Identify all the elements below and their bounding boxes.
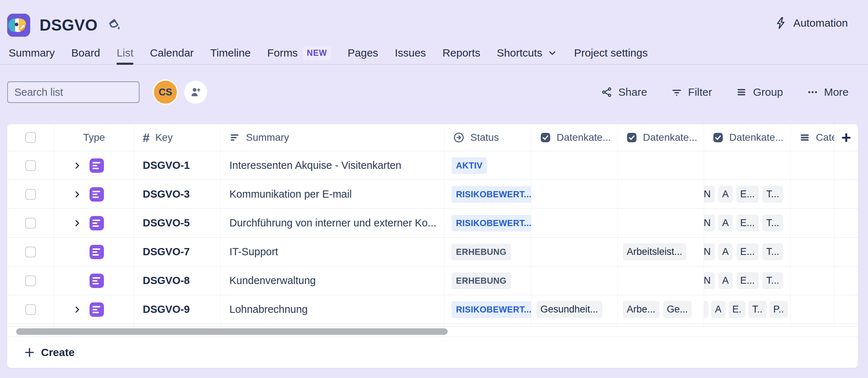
tab-shortcuts[interactable]: Shortcuts xyxy=(497,42,558,64)
row-checkbox[interactable] xyxy=(25,218,36,229)
group-button[interactable]: Group xyxy=(736,86,783,98)
tab-label: Reports xyxy=(443,47,480,59)
column-header-status[interactable]: Status xyxy=(444,124,531,151)
issue-key[interactable]: DSGVO-1 xyxy=(143,159,190,171)
column-header-cate[interactable]: Cate xyxy=(791,124,835,151)
tag-chip[interactable]: Arbe... xyxy=(623,301,659,318)
tag-chip[interactable]: T... xyxy=(762,243,783,260)
add-column-button[interactable]: + xyxy=(835,124,858,151)
share-button[interactable]: Share xyxy=(601,86,647,98)
tag-chip[interactable]: A xyxy=(711,301,726,318)
tag-chip[interactable]: A xyxy=(718,243,733,260)
avatar[interactable]: CS xyxy=(154,81,177,104)
issue-summary[interactable]: Interessenten Akquise - Visitenkarten xyxy=(229,159,401,171)
issue-key[interactable]: DSGVO-5 xyxy=(143,217,190,229)
tab-reports[interactable]: Reports xyxy=(443,42,480,64)
status-badge[interactable]: RISIKOBEWERT... xyxy=(452,215,531,231)
column-header-summary[interactable]: Summary xyxy=(221,124,444,151)
tab-forms[interactable]: FormsNEW xyxy=(267,42,331,64)
horizontal-scrollbar-thumb[interactable] xyxy=(16,328,448,335)
expand-chevron[interactable] xyxy=(72,161,88,171)
expand-chevron[interactable] xyxy=(72,305,88,315)
status-badge[interactable]: AKTIV xyxy=(452,157,487,174)
tag-chip[interactable]: E... xyxy=(736,215,759,231)
create-issue-button[interactable]: Create xyxy=(7,337,858,368)
column-header-datenkate[interactable]: Datenkate... xyxy=(704,124,791,151)
tag-chip[interactable]: A xyxy=(718,215,733,231)
status-badge[interactable]: ERHEBUNG xyxy=(452,244,511,260)
row-checkbox[interactable] xyxy=(25,275,36,286)
tag-chip[interactable]: N xyxy=(704,272,715,289)
tag-chip[interactable]: T... xyxy=(762,272,783,289)
select-all-checkbox[interactable] xyxy=(25,132,36,143)
issue-summary[interactable]: IT-Support xyxy=(229,246,278,258)
cell-type xyxy=(54,151,134,180)
project-avatar-logo[interactable] xyxy=(7,14,30,37)
issue-key[interactable]: DSGVO-9 xyxy=(143,303,190,315)
cell-datenkategorie xyxy=(618,209,704,237)
tag-chip[interactable]: A xyxy=(718,186,733,203)
tag-chip[interactable]: P.. xyxy=(769,301,788,318)
paint-bucket-icon[interactable] xyxy=(107,17,123,33)
share-icon xyxy=(601,86,613,98)
filter-button[interactable]: Filter xyxy=(671,86,712,98)
issue-summary[interactable]: Durchführung von interner und externer K… xyxy=(229,217,437,229)
tag-chip[interactable]: E. xyxy=(728,301,746,318)
more-button[interactable]: More xyxy=(807,86,849,98)
row-checkbox[interactable] xyxy=(25,247,36,257)
column-header-type[interactable]: Type xyxy=(54,124,134,151)
tag-chip[interactable]: N xyxy=(704,243,715,260)
row-checkbox[interactable] xyxy=(25,189,36,200)
cell-add-column xyxy=(835,180,858,208)
row-checkbox[interactable] xyxy=(25,304,36,315)
tab-label: Timeline xyxy=(210,47,251,59)
issue-summary[interactable]: Lohnabrechnung xyxy=(229,303,308,315)
tab-pages[interactable]: Pages xyxy=(348,42,378,64)
tag-chip[interactable]: T.. xyxy=(748,301,767,318)
tab-issues[interactable]: Issues xyxy=(395,42,426,64)
tag-chip[interactable]: T... xyxy=(762,186,783,203)
status-badge[interactable]: RISIKOBEWERT... xyxy=(452,301,531,318)
automation-button[interactable]: Automation xyxy=(775,17,848,30)
cell-key: DSGVO-1 xyxy=(134,151,221,180)
issue-key[interactable]: DSGVO-8 xyxy=(143,275,190,287)
tag-chip[interactable]: E... xyxy=(736,243,759,260)
issue-key[interactable]: DSGVO-3 xyxy=(143,188,190,200)
tag-chip[interactable]: N xyxy=(704,186,715,203)
tab-list[interactable]: List xyxy=(117,42,133,64)
tag-chip[interactable]: E... xyxy=(736,186,759,203)
tag-chip[interactable]: N xyxy=(704,215,715,231)
tab-calendar[interactable]: Calendar xyxy=(150,42,194,64)
add-people-button[interactable] xyxy=(184,81,207,104)
cell-datenkategorie: Gesundheit... xyxy=(531,295,618,324)
expand-chevron[interactable] xyxy=(72,218,88,228)
cell-datenkategorie: Arbe...Ge... xyxy=(618,295,704,324)
tab-project-settings[interactable]: Project settings xyxy=(574,42,648,64)
column-header-datenkate[interactable]: Datenkate... xyxy=(618,124,704,151)
search-input[interactable] xyxy=(14,86,150,98)
column-header-datenkate[interactable]: Datenkate... xyxy=(531,124,618,151)
issue-key[interactable]: DSGVO-7 xyxy=(143,246,190,258)
tag-chip[interactable]: Gesundheit... xyxy=(536,301,602,318)
tag-chip[interactable]: A xyxy=(718,272,733,289)
status-badge[interactable]: ERHEBUNG xyxy=(452,273,511,289)
tab-summary[interactable]: Summary xyxy=(9,42,55,64)
new-badge: NEW xyxy=(303,46,331,60)
issue-summary[interactable]: Kommunikation per E-mail xyxy=(229,188,352,200)
status-badge[interactable]: RISIKOBEWERT... xyxy=(452,186,531,203)
tag-chip[interactable]: T... xyxy=(762,215,783,231)
tag-chip[interactable]: Arbeitsleist... xyxy=(623,243,686,260)
tag-chip[interactable]: E... xyxy=(736,272,759,289)
tab-timeline[interactable]: Timeline xyxy=(210,42,251,64)
column-header-key[interactable]: #Key xyxy=(134,124,221,151)
issue-summary[interactable]: Kundenverwaltung xyxy=(229,275,316,287)
tag-chip[interactable]: N xyxy=(704,301,708,318)
row-checkbox[interactable] xyxy=(25,160,36,171)
expand-chevron[interactable] xyxy=(72,189,88,199)
horizontal-scrollbar-track[interactable] xyxy=(7,326,858,337)
cell-select xyxy=(7,238,54,266)
tab-board[interactable]: Board xyxy=(71,42,100,64)
project-tab-bar: SummaryBoardListCalendarTimelineFormsNEW… xyxy=(0,42,868,65)
cell-summary: Durchführung von interner und externer K… xyxy=(221,209,444,237)
tag-chip[interactable]: Ge... xyxy=(663,301,692,318)
